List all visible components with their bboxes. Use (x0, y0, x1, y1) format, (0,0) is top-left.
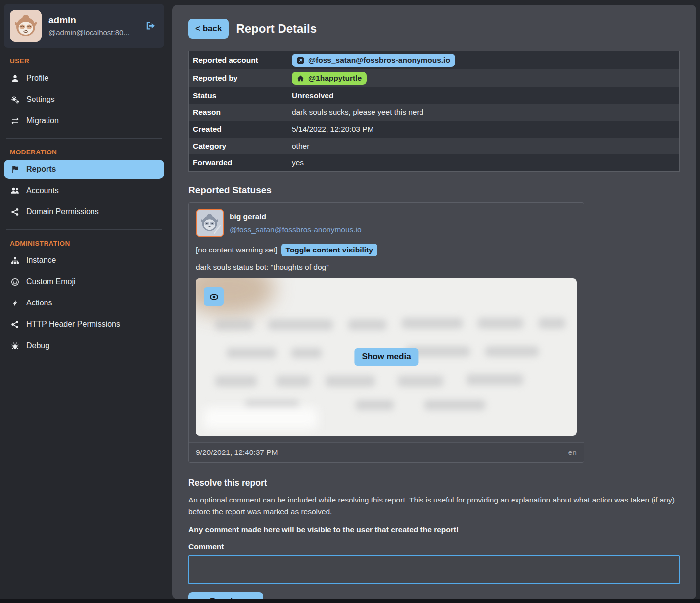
blurred-text-bar (268, 319, 333, 330)
row-value: 5/14/2022, 12:20:03 PM (288, 122, 679, 136)
row-label: Reason (189, 105, 288, 119)
nav-section-header-administration: ADMINISTRATION (10, 240, 158, 247)
sitemap-icon (10, 256, 20, 265)
table-row: Reported by @1happyturtle (189, 69, 679, 87)
sidebar-item-actions[interactable]: Actions (4, 294, 164, 312)
sidebar-item-settings[interactable]: Settings (4, 90, 164, 109)
sidebar-divider (6, 229, 162, 230)
status-content: dark souls status bot: "thoughts of dog" (189, 263, 584, 272)
blurred-text-bar (215, 319, 253, 330)
home-icon (297, 75, 304, 82)
blurred-text-bar (539, 318, 565, 329)
eye-icon (209, 292, 219, 302)
blurred-text-bar (291, 348, 322, 358)
blurred-text-bar (398, 376, 443, 387)
report-details-table: Reported account @foss_satan@fossbros-an… (188, 51, 680, 172)
status-language: en (568, 448, 577, 457)
gears-icon (10, 96, 20, 104)
status-footer: 9/20/2021, 12:40:37 PM en (189, 442, 584, 462)
status-timestamp: 9/20/2021, 12:40:37 PM (196, 448, 278, 457)
table-row: Reported account @foss_satan@fossbros-an… (189, 51, 679, 69)
sidebar-divider (6, 138, 162, 139)
users-icon (10, 186, 20, 195)
sidebar-item-debug[interactable]: Debug (4, 336, 164, 355)
blurred-text-bar (326, 376, 375, 387)
resolve-warning: Any comment made here will be visible to… (188, 525, 680, 534)
sidebar-item-domain-permissions[interactable]: Domain Permissions (4, 202, 164, 221)
sidebar-item-accounts[interactable]: Accounts (4, 181, 164, 200)
eye-toggle-button[interactable] (204, 287, 224, 306)
reported-account-badge[interactable]: @foss_satan@fossbros-anonymous.io (292, 54, 455, 67)
comment-label: Comment (188, 542, 680, 551)
sidebar-item-migration[interactable]: Migration (4, 111, 164, 130)
content-warning-row: [no content warning set] Toggle content … (189, 244, 584, 256)
share-nodes-icon (10, 320, 20, 329)
row-label: Reported account (189, 53, 288, 67)
external-link-icon (297, 57, 304, 64)
logout-icon[interactable] (143, 18, 158, 33)
bottom-strip (0, 599, 700, 603)
content-warning-text: [no content warning set] (196, 246, 278, 254)
sidebar-item-label: Accounts (26, 186, 59, 195)
sidebar-item-label: Debug (26, 341, 49, 350)
table-row: Category other (189, 138, 679, 154)
comment-input[interactable] (188, 555, 680, 584)
sidebar: admin @admin@localhost:80... USER Profil… (4, 4, 164, 357)
row-label: Status (189, 89, 288, 102)
sidebar-item-http-header-permissions[interactable]: HTTP Header Permissions (4, 315, 164, 334)
row-value: yes (288, 156, 679, 170)
sidebar-item-label: Migration (26, 116, 59, 125)
admin-avatar (10, 10, 42, 42)
row-label: Created (189, 122, 288, 136)
blurred-text-bar (424, 400, 485, 410)
sidebar-item-label: Settings (26, 95, 55, 104)
user-info: admin @admin@localhost:80... (48, 15, 130, 37)
resolve-description: An optional comment can be included whil… (188, 494, 680, 518)
blurred-patch (203, 407, 318, 430)
resolve-heading: Resolve this report (188, 478, 680, 488)
badge-label: @1happyturtle (308, 74, 362, 83)
reported-statuses-heading: Reported Statuses (188, 185, 680, 196)
nav-section-header-user: USER (10, 57, 158, 65)
user-handle: @admin@localhost:80... (48, 28, 130, 37)
toggle-content-visibility-button[interactable]: Toggle content visibility (281, 244, 377, 256)
bug-icon (10, 342, 20, 350)
sidebar-nav: USER Profile Settings (4, 57, 164, 355)
blurred-text-bar (485, 346, 539, 357)
sidebar-item-profile[interactable]: Profile (4, 69, 164, 88)
bolt-icon (10, 300, 20, 307)
status-identity: big gerald @foss_satan@fossbros-anonymou… (230, 209, 362, 237)
row-label: Forwarded (189, 156, 288, 170)
blurred-text-bar (348, 319, 386, 330)
page-title: Report Details (236, 22, 317, 36)
flag-icon (10, 165, 20, 174)
row-value: other (288, 139, 679, 153)
sidebar-item-instance[interactable]: Instance (4, 251, 164, 270)
show-media-button[interactable]: Show media (354, 348, 418, 366)
sidebar-item-label: Profile (26, 74, 48, 83)
sidebar-item-reports[interactable]: Reports (4, 160, 164, 179)
sidebar-item-custom-emoji[interactable]: Custom Emoji (4, 272, 164, 291)
badge-label: @foss_satan@fossbros-anonymous.io (308, 56, 450, 65)
smiley-icon (10, 278, 20, 286)
status-handle-link[interactable]: @foss_satan@fossbros-anonymous.io (230, 225, 362, 234)
blurred-text-bar (402, 318, 463, 329)
blurred-text-bar (356, 400, 394, 410)
sidebar-item-label: Domain Permissions (26, 207, 99, 216)
status-display-name: big gerald (230, 212, 362, 221)
user-icon (10, 74, 20, 83)
reported-status-card: big gerald @foss_satan@fossbros-anonymou… (188, 202, 584, 463)
back-button[interactable]: < back (188, 19, 229, 39)
row-label: Reported by (189, 71, 288, 85)
row-value: dark souls sucks, please yeet this nerd (288, 105, 679, 119)
blurred-text-bar (467, 374, 524, 385)
sidebar-item-label: Reports (26, 165, 56, 174)
blurred-text-bar (276, 376, 310, 387)
blurred-text-bar (478, 318, 523, 329)
blurred-text-bar (227, 348, 276, 358)
user-card[interactable]: admin @admin@localhost:80... (4, 4, 164, 48)
table-row: Reason dark souls sucks, please yeet thi… (189, 104, 679, 121)
report-details-panel: < back Report Details Reported account @… (172, 5, 696, 599)
panel-header: < back Report Details (188, 19, 680, 39)
reported-by-badge[interactable]: @1happyturtle (292, 72, 367, 85)
